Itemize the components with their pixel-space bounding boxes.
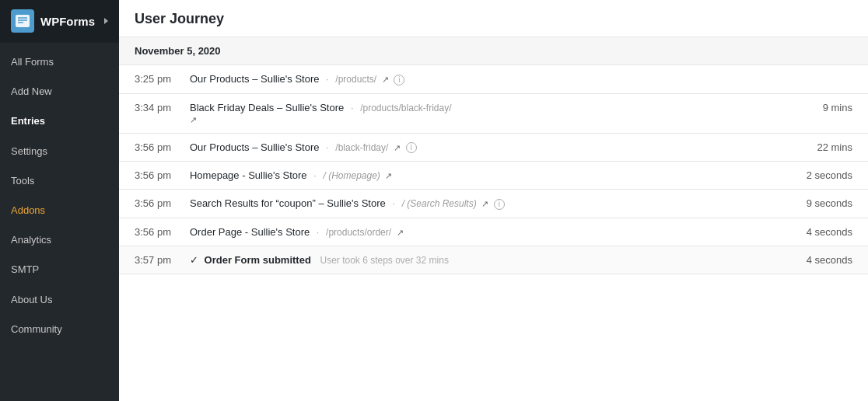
duration-1 (806, 65, 868, 93)
sidebar-collapse-icon[interactable] (104, 18, 108, 24)
duration-4: 2 seconds (806, 162, 868, 190)
sidebar-item-add-new[interactable]: Add New (0, 77, 119, 106)
page-info-4: Homepage - Sullie's Store · / (Homepage)… (182, 162, 806, 190)
sep-2: · (351, 102, 354, 113)
time-4: 3:56 pm (119, 162, 182, 190)
page-info-2: Black Friday Deals – Sullie's Store · /p… (182, 93, 806, 133)
info-icon-5[interactable]: i (494, 199, 505, 210)
time-6: 3:56 pm (119, 218, 182, 246)
page-line-2b: ↗ (190, 115, 795, 125)
page-title-5: Search Results for “coupon” – Sullie's S… (190, 197, 386, 209)
journey-row-3: 3:56 pm Our Products – Sullie's Store · … (119, 133, 868, 162)
sidebar-item-entries[interactable]: Entries (0, 106, 119, 136)
page-title-1: Our Products – Sullie's Store (190, 73, 320, 85)
sidebar-item-all-forms[interactable]: All Forms (0, 47, 119, 77)
url-6: /products/order/ (326, 227, 391, 238)
page-header: User Journey (119, 0, 868, 37)
time-2: 3:34 pm (119, 93, 182, 133)
sidebar-item-community[interactable]: Community (0, 315, 119, 344)
sep-3: · (326, 141, 329, 153)
sidebar-navigation: All Forms Add New Entries Settings Tools… (0, 43, 119, 344)
page-title-4: Homepage - Sullie's Store (190, 169, 307, 181)
page-title-2: Black Friday Deals – Sullie's Store (190, 102, 344, 113)
date-header: November 5, 2020 (119, 37, 868, 65)
journey-table: 3:25 pm Our Products – Sullie's Store · … (119, 65, 868, 274)
sidebar: WPForms All Forms Add New Entries Settin… (0, 0, 119, 401)
duration-7: 4 seconds (806, 246, 868, 274)
svg-rect-0 (16, 15, 30, 27)
checkmark-icon: ✓ (190, 254, 198, 266)
url-4: / (Homepage) (323, 170, 380, 181)
info-icon-1[interactable]: i (394, 75, 404, 85)
logo-text: WPForms (40, 15, 95, 28)
sep-4: · (313, 169, 317, 181)
external-link-5[interactable]: ↗ (481, 199, 488, 208)
page-info-5: Search Results for “coupon” – Sullie's S… (182, 190, 806, 218)
sidebar-item-settings[interactable]: Settings (0, 137, 119, 166)
url-3: /black-friday/ (335, 142, 388, 153)
wpforms-logo-icon (11, 9, 34, 33)
duration-3: 22 mins (806, 133, 868, 162)
duration-5: 9 seconds (806, 190, 868, 218)
journey-row-5: 3:56 pm Search Results for “coupon” – Su… (119, 190, 868, 218)
sidebar-logo[interactable]: WPForms (0, 0, 119, 43)
journey-row-6: 3:56 pm Order Page - Sullie's Store · /p… (119, 218, 868, 246)
sidebar-item-addons[interactable]: Addons (0, 196, 119, 225)
sidebar-item-about-us[interactable]: About Us (0, 285, 119, 315)
submitted-label: Order Form submitted (205, 254, 311, 266)
journey-row-4: 3:56 pm Homepage - Sullie's Store · / (H… (119, 162, 868, 190)
submitted-detail: User took 6 steps over 32 mins (320, 255, 448, 266)
url-2: /products/black-friday/ (360, 103, 451, 113)
page-info-3: Our Products – Sullie's Store · /black-f… (182, 133, 806, 162)
external-link-2[interactable]: ↗ (190, 115, 197, 125)
duration-2: 9 mins (806, 93, 868, 133)
sidebar-item-smtp[interactable]: SMTP (0, 255, 119, 284)
journey-row-7: 3:57 pm ✓ Order Form submitted User took… (119, 246, 868, 274)
journey-content: November 5, 2020 3:25 pm Our Products – … (119, 37, 868, 401)
external-link-6[interactable]: ↗ (397, 228, 404, 237)
external-link-1[interactable]: ↗ (382, 75, 389, 84)
page-title: User Journey (135, 11, 852, 27)
sidebar-item-analytics[interactable]: Analytics (0, 225, 119, 255)
main-content: User Journey November 5, 2020 3:25 pm Ou… (119, 0, 868, 401)
page-info-7: ✓ Order Form submitted User took 6 steps… (182, 246, 806, 274)
sidebar-item-tools[interactable]: Tools (0, 166, 119, 196)
external-link-3[interactable]: ↗ (394, 143, 401, 152)
page-info-1: Our Products – Sullie's Store · /product… (182, 65, 806, 93)
sep-6: · (317, 226, 320, 238)
sep-1: · (326, 73, 329, 85)
page-info-6: Order Page - Sullie's Store · /products/… (182, 218, 806, 246)
sep-5: · (392, 197, 395, 209)
time-5: 3:56 pm (119, 190, 182, 218)
info-icon-3[interactable]: i (406, 142, 417, 153)
url-1: /products/ (335, 74, 376, 85)
journey-row-2: 3:34 pm Black Friday Deals – Sullie's St… (119, 93, 868, 133)
external-link-4[interactable]: ↗ (385, 171, 392, 180)
time-3: 3:56 pm (119, 133, 182, 162)
url-5: / (Search Results) (402, 198, 477, 209)
page-line-2a: Black Friday Deals – Sullie's Store · /p… (190, 102, 795, 113)
time-7: 3:57 pm (119, 246, 182, 274)
page-title-6: Order Page - Sullie's Store (190, 226, 310, 238)
time-1: 3:25 pm (119, 65, 182, 93)
page-title-3: Our Products – Sullie's Store (190, 141, 320, 153)
duration-6: 4 seconds (806, 218, 868, 246)
journey-row-1: 3:25 pm Our Products – Sullie's Store · … (119, 65, 868, 93)
